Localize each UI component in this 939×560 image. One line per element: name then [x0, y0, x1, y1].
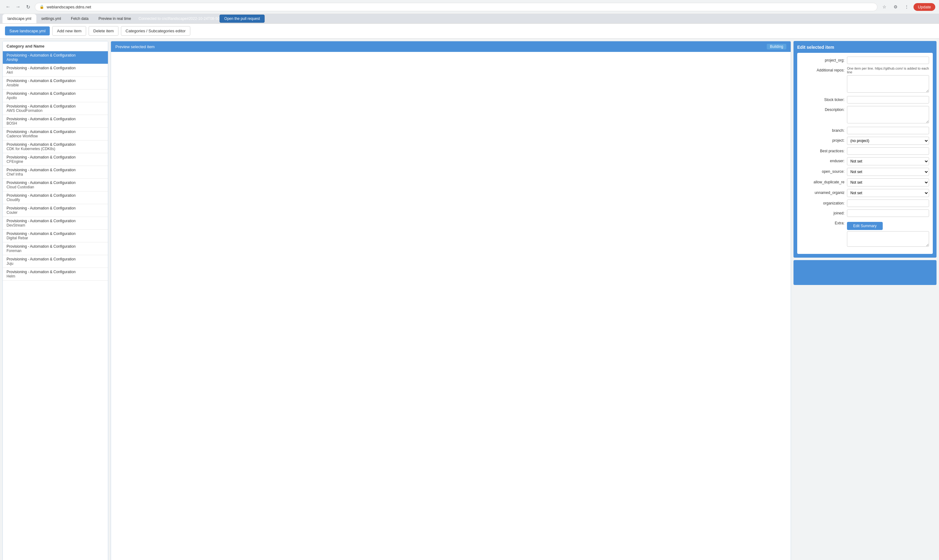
- list-items-container: Provisioning - Automation & Configuratio…: [3, 51, 108, 281]
- open-source-select[interactable]: Not set Yes No: [847, 168, 929, 176]
- edit-summary-button[interactable]: Edit Summary: [847, 222, 883, 230]
- open-pr-button[interactable]: Open the pull request: [219, 15, 265, 23]
- project-select[interactable]: (no project) graduated incubating sandbo…: [847, 137, 929, 145]
- joined-field: [847, 209, 929, 217]
- center-panel: Preview selected item Building: [111, 41, 791, 560]
- edit-panel: Edit selected item project_org: Addition…: [794, 41, 936, 258]
- list-item[interactable]: Provisioning - Automation & Configuratio…: [3, 153, 108, 166]
- right-panel: Edit selected item project_org: Addition…: [794, 41, 936, 560]
- back-button[interactable]: ←: [4, 3, 12, 11]
- item-name: Cadence Workflow: [6, 134, 104, 138]
- tab-preview[interactable]: Preview in real time: [94, 14, 136, 23]
- enduser-row: enduser: Not set Yes No: [801, 157, 929, 165]
- item-category: Provisioning - Automation & Configuratio…: [6, 270, 104, 274]
- item-category: Provisioning - Automation & Configuratio…: [6, 244, 104, 249]
- enduser-label: enduser:: [801, 157, 845, 163]
- list-item[interactable]: Provisioning - Automation & Configuratio…: [3, 140, 108, 153]
- allow-duplicate-label: allow_duplicate_re: [801, 178, 845, 184]
- list-item[interactable]: Provisioning - Automation & Configuratio…: [3, 204, 108, 217]
- list-item[interactable]: Provisioning - Automation & Configuratio…: [3, 255, 108, 268]
- list-item[interactable]: Provisioning - Automation & Configuratio…: [3, 115, 108, 128]
- item-name: Juju: [6, 262, 104, 266]
- item-category: Provisioning - Automation & Configuratio…: [6, 180, 104, 185]
- branch-field: [847, 127, 929, 134]
- description-textarea[interactable]: [847, 106, 929, 123]
- panel-header: Category and Name: [3, 42, 108, 51]
- edit-panel-title: Edit selected item: [797, 45, 933, 50]
- item-category: Provisioning - Automation & Configuratio…: [6, 232, 104, 236]
- allow-duplicate-field: Not set Yes No: [847, 178, 929, 186]
- enduser-select[interactable]: Not set Yes No: [847, 157, 929, 165]
- stock-ticker-row: Stock ticker:: [801, 96, 929, 103]
- item-name: Cloudify: [6, 198, 104, 202]
- item-name: Airship: [6, 57, 104, 62]
- unnamed-org-field: Not set Yes No: [847, 189, 929, 197]
- additional-repos-textarea[interactable]: [847, 75, 929, 92]
- stock-ticker-label: Stock ticker:: [801, 96, 845, 102]
- list-item[interactable]: Provisioning - Automation & Configuratio…: [3, 64, 108, 77]
- list-item[interactable]: Provisioning - Automation & Configuratio…: [3, 217, 108, 230]
- allow-duplicate-select[interactable]: Not set Yes No: [847, 178, 929, 186]
- center-panel-header: Preview selected item Building: [111, 42, 791, 52]
- item-name: AWS CloudFormation: [6, 108, 104, 113]
- project-field: (no project) graduated incubating sandbo…: [847, 137, 929, 145]
- extra-row: Extra: Edit Summary: [801, 219, 929, 248]
- save-button[interactable]: Save landscape.yml: [5, 26, 50, 35]
- best-practices-label: Best practices:: [801, 147, 845, 153]
- joined-input[interactable]: [847, 209, 929, 217]
- address-bar[interactable]: 🔒 weblandscapes.ddns.net: [35, 3, 877, 11]
- item-category: Provisioning - Automation & Configuratio…: [6, 257, 104, 262]
- list-item[interactable]: Provisioning - Automation & Configuratio…: [3, 191, 108, 204]
- url-text: weblandscapes.ddns.net: [47, 5, 91, 9]
- add-item-button[interactable]: Add new item: [52, 26, 86, 36]
- extensions-button[interactable]: ⚙: [891, 3, 900, 11]
- item-name: Apollo: [6, 96, 104, 100]
- best-practices-input[interactable]: [847, 147, 929, 155]
- item-category: Provisioning - Automation & Configuratio…: [6, 91, 104, 96]
- list-item[interactable]: Provisioning - Automation & Configuratio…: [3, 166, 108, 179]
- tab-settings[interactable]: settings.yml: [36, 14, 66, 23]
- stock-ticker-input[interactable]: [847, 96, 929, 103]
- project-org-input[interactable]: [847, 57, 929, 64]
- list-item[interactable]: Provisioning - Automation & Configuratio…: [3, 179, 108, 191]
- unnamed-org-select[interactable]: Not set Yes No: [847, 189, 929, 197]
- item-name: Helm: [6, 274, 104, 278]
- project-org-row: project_org:: [801, 57, 929, 64]
- item-category: Provisioning - Automation & Configuratio…: [6, 155, 104, 159]
- tab-fetch[interactable]: Fetch data: [66, 14, 94, 23]
- branch-input[interactable]: [847, 127, 929, 134]
- list-item[interactable]: Provisioning - Automation & Configuratio…: [3, 242, 108, 255]
- open-source-field: Not set Yes No: [847, 168, 929, 176]
- list-item[interactable]: Provisioning - Automation & Configuratio…: [3, 102, 108, 115]
- list-item[interactable]: Provisioning - Automation & Configuratio…: [3, 230, 108, 242]
- item-name: Foreman: [6, 249, 104, 253]
- forward-button[interactable]: →: [14, 3, 22, 11]
- categories-editor-button[interactable]: Categories / Subcategories editor: [121, 26, 190, 36]
- list-item[interactable]: Provisioning - Automation & Configuratio…: [3, 51, 108, 64]
- update-button[interactable]: Update: [913, 3, 935, 11]
- joined-label: joined:: [801, 209, 845, 215]
- project-row: project: (no project) graduated incubati…: [801, 137, 929, 145]
- organization-input[interactable]: [847, 200, 929, 207]
- left-panel: Category and Name Provisioning - Automat…: [3, 41, 108, 560]
- menu-button[interactable]: ⋮: [902, 3, 911, 11]
- item-name: CFEngine: [6, 159, 104, 164]
- list-item[interactable]: Provisioning - Automation & Configuratio…: [3, 128, 108, 140]
- item-category: Provisioning - Automation & Configuratio…: [6, 206, 104, 211]
- list-item[interactable]: Provisioning - Automation & Configuratio…: [3, 89, 108, 102]
- browser-chrome: ← → ↻ 🔒 weblandscapes.ddns.net ☆ ⚙ ⋮ Upd…: [0, 0, 939, 14]
- reload-button[interactable]: ↻: [24, 3, 32, 11]
- item-name: DevStream: [6, 223, 104, 228]
- extra-textarea[interactable]: [847, 231, 929, 247]
- item-name: Cloud Custodian: [6, 185, 104, 189]
- bookmark-button[interactable]: ☆: [880, 3, 889, 11]
- list-item[interactable]: Provisioning - Automation & Configuratio…: [3, 268, 108, 281]
- main-toolbar: Save landscape.yml Add new item Delete i…: [0, 24, 939, 38]
- delete-item-button[interactable]: Delete item: [89, 26, 119, 36]
- item-category: Provisioning - Automation & Configuratio…: [6, 193, 104, 198]
- tab-landscape[interactable]: landscape.yml: [3, 14, 36, 23]
- item-category: Provisioning - Automation & Configuratio…: [6, 78, 104, 83]
- open-source-label: open_source:: [801, 168, 845, 174]
- description-field: [847, 106, 929, 124]
- list-item[interactable]: Provisioning - Automation & Configuratio…: [3, 77, 108, 89]
